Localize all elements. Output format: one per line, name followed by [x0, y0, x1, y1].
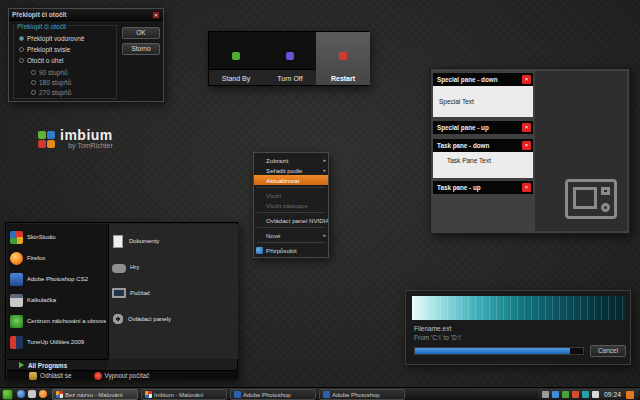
menu-item-refresh[interactable]: Aktualizovat — [254, 175, 328, 185]
start-item-skinstudio[interactable]: SkinStudio — [10, 228, 106, 246]
submenu-arrow-icon: ▸ — [323, 232, 326, 238]
close-icon[interactable]: × — [152, 11, 160, 19]
radio-angle-270[interactable]: 270 stupňů — [31, 89, 71, 96]
logo-square-orange — [47, 140, 55, 148]
tray-icon[interactable] — [592, 391, 599, 398]
menu-item-nvidia-control-panel[interactable]: Ovládací panel NVIDIA — [254, 215, 328, 225]
tray-icon[interactable] — [562, 391, 569, 398]
menu-item-view[interactable]: Zobrazit ▸ — [254, 155, 328, 165]
radio-label: 90 stupňů — [39, 69, 68, 76]
ok-button[interactable]: OK — [122, 27, 160, 39]
submenu-arrow-icon: ▸ — [323, 167, 326, 173]
microwave-door — [573, 187, 597, 209]
shutdown-label: Vypnout počítač — [105, 372, 150, 379]
start-item-label: Adobe Photoshop CS2 — [27, 276, 88, 282]
menu-item-label: Seřadit podle — [266, 167, 302, 174]
menu-item-sort-by[interactable]: Seřadit podle ▸ — [254, 165, 328, 175]
pane-header-label: Task pane - up — [437, 184, 481, 191]
customize-icon — [256, 247, 263, 254]
progress-fill — [415, 348, 570, 354]
radio-label: 180 stupňů — [39, 79, 71, 86]
control-panel-icon — [112, 313, 124, 325]
all-programs-button[interactable]: All Programs — [7, 359, 108, 370]
start-item-firefox[interactable]: Firefox — [10, 249, 106, 267]
menu-item-new[interactable]: Nové ▸ — [254, 230, 328, 240]
task-button-photoshop-2[interactable]: Adobe Photoshop — [319, 389, 405, 400]
start-item-label: Centrum zálohování a obnovení — [27, 318, 106, 324]
logo-text: imbium by TomRichter — [60, 129, 113, 149]
imbium-logo-icon — [38, 131, 55, 148]
menu-item-paste: Vložit — [254, 190, 328, 200]
radio-icon — [31, 80, 36, 85]
desktop[interactable]: Překlopit či otočit × Překlopit či otoči… — [0, 0, 640, 400]
logo-title: imbium — [60, 129, 113, 142]
close-icon[interactable]: × — [522, 141, 531, 150]
task-pane-up-header[interactable]: Task pane - up × — [433, 181, 533, 194]
pane-header-label: Task pane - down — [437, 142, 489, 149]
task-button-paint-untitled[interactable]: Bez názvu - Malování — [52, 389, 138, 400]
start-button[interactable] — [2, 389, 13, 400]
start-item-documents[interactable]: Dokumenty — [112, 232, 236, 250]
turn-off-button[interactable]: Turn Off — [263, 32, 317, 85]
start-item-computer[interactable]: Počítač — [112, 284, 236, 302]
radio-flip-vertical[interactable]: Překlopit svisle — [19, 46, 70, 53]
tray-icon[interactable] — [542, 391, 549, 398]
start-item-control-panels[interactable]: Ovládací panely — [112, 310, 236, 328]
system-tray: 09:24 — [538, 389, 638, 400]
menu-item-label: Zobrazit — [266, 157, 288, 164]
start-item-tuneup[interactable]: TuneUp Utilities 2009 — [10, 333, 106, 351]
pane-header-label: Special pane - up — [437, 124, 489, 131]
shutdown-button[interactable]: Vypnout počítač — [94, 372, 150, 380]
photoshop-icon — [323, 391, 330, 398]
turn-off-label: Turn Off — [263, 75, 317, 82]
taskbar-tasks: Bez názvu - Malování Imbium - Malování A… — [52, 389, 405, 400]
standby-button[interactable]: Stand By — [209, 32, 263, 85]
start-item-calculator[interactable]: Kalkulačka — [10, 291, 106, 309]
quicklaunch-desktop-icon[interactable] — [28, 390, 36, 398]
task-label: Adobe Photoshop — [243, 392, 291, 398]
radio-checked-icon — [19, 36, 24, 41]
radio-rotate-by-angle[interactable]: Otočit o úhel — [19, 57, 64, 64]
start-item-games[interactable]: Hry — [112, 258, 236, 276]
task-pane-down-header[interactable]: Task pane - down × — [433, 139, 533, 152]
menu-separator — [257, 227, 325, 228]
radio-flip-horizontal[interactable]: Překlopit vodorovně — [19, 35, 84, 42]
all-programs-arrow-icon — [19, 362, 24, 368]
close-icon[interactable]: × — [522, 183, 531, 192]
cancel-button[interactable]: Cancel — [590, 345, 626, 357]
task-button-photoshop-1[interactable]: Adobe Photoshop — [230, 389, 316, 400]
start-item-label: SkinStudio — [27, 234, 56, 240]
tray-icon[interactable] — [552, 391, 559, 398]
flip-dialog-titlebar[interactable]: Překlopit či otočit × — [9, 9, 163, 21]
start-item-label: Ovládací panely — [128, 316, 171, 322]
progress-banner-image — [412, 296, 626, 320]
radio-angle-180[interactable]: 180 stupňů — [31, 79, 71, 86]
paint-icon — [56, 391, 63, 398]
tray-icon[interactable] — [582, 391, 589, 398]
menu-item-customize[interactable]: Přizpůsobit — [254, 245, 328, 255]
start-item-photoshop[interactable]: Adobe Photoshop CS2 — [10, 270, 106, 288]
menu-item-label: Nové — [266, 232, 280, 239]
flip-group-label: Překlopit či otočit — [15, 23, 68, 30]
start-menu: SkinStudio Firefox Adobe Photoshop CS2 K… — [5, 222, 238, 380]
start-item-backup-center[interactable]: Centrum zálohování a obnovení — [10, 312, 106, 330]
start-item-label: Počítač — [130, 290, 150, 296]
task-pane-text-box: Task Pane Text — [433, 152, 533, 178]
cancel-button[interactable]: Storno — [122, 43, 160, 55]
quicklaunch-browser-icon[interactable] — [17, 390, 25, 398]
tray-end-icon[interactable] — [626, 391, 634, 399]
close-icon[interactable]: × — [522, 123, 531, 132]
logo-square-green — [38, 131, 46, 139]
special-pane-up-header[interactable]: Special pane - up × — [433, 121, 533, 134]
quicklaunch-firefox-icon[interactable] — [39, 390, 47, 398]
task-button-paint-imbium[interactable]: Imbium - Malování — [141, 389, 227, 400]
special-pane-down-header[interactable]: Special pane - down × — [433, 73, 533, 86]
restart-button[interactable]: Restart — [316, 32, 370, 85]
preview-canvas — [535, 71, 627, 231]
skin-preview-panel: Special pane - down × Special Text Speci… — [430, 68, 630, 234]
menu-item-label: Aktualizovat — [266, 177, 299, 184]
radio-angle-90[interactable]: 90 stupňů — [31, 69, 68, 76]
logoff-button[interactable]: Odhlásit se — [29, 372, 72, 380]
tray-icon[interactable] — [572, 391, 579, 398]
close-icon[interactable]: × — [522, 75, 531, 84]
